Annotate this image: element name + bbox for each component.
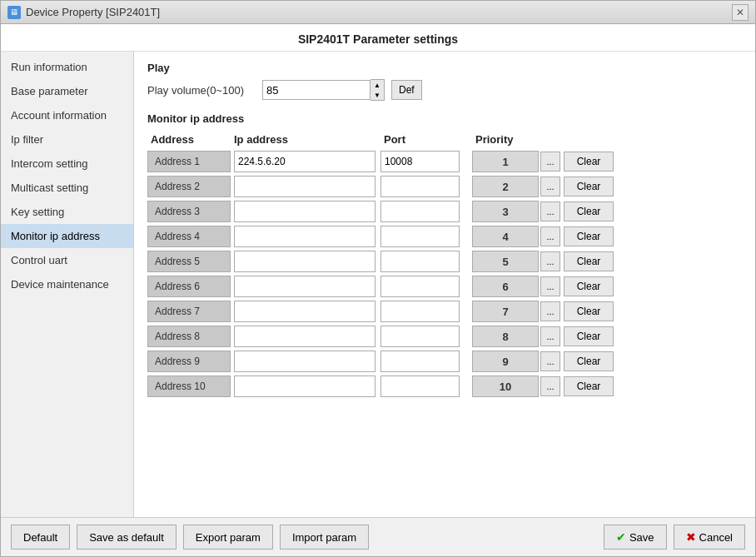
address-label-4: Address 4	[147, 226, 231, 247]
dots-button-10[interactable]: ...	[540, 376, 560, 396]
clear-button-5[interactable]: Clear	[564, 251, 614, 271]
priority-cell-5: 5	[472, 251, 539, 272]
ip-input-5[interactable]	[234, 251, 376, 272]
clear-button-10[interactable]: Clear	[564, 376, 614, 396]
priority-cell-6: 6	[472, 276, 539, 297]
sidebar-item-multicast-setting[interactable]: Multicast setting	[1, 176, 133, 200]
address-label-1: Address 1	[147, 151, 231, 172]
clear-button-6[interactable]: Clear	[564, 276, 614, 296]
clear-button-9[interactable]: Clear	[564, 351, 614, 371]
spin-down-button[interactable]: ▼	[371, 90, 384, 100]
dots-button-2[interactable]: ...	[540, 177, 560, 196]
priority-cell-7: 7	[472, 301, 539, 322]
volume-spinner: ▲ ▼	[262, 79, 385, 101]
window-title: Device Property [SIP2401T]	[26, 6, 160, 18]
sidebar-item-monitor-ip-address[interactable]: Monitor ip address	[1, 224, 133, 248]
monitor-section: Monitor ip address Address Ip address Po…	[147, 112, 742, 397]
app-icon: 🖥	[7, 6, 21, 19]
port-input-4[interactable]	[380, 226, 460, 247]
sidebar-item-intercom-setting[interactable]: Intercom setting	[1, 152, 133, 176]
sidebar-item-control-uart[interactable]: Control uart	[1, 248, 133, 272]
port-input-2[interactable]	[380, 176, 460, 197]
x-icon: ✖	[686, 530, 696, 544]
address-label-2: Address 2	[147, 176, 231, 197]
clear-button-1[interactable]: Clear	[564, 152, 614, 172]
ip-input-2[interactable]	[234, 176, 376, 197]
dots-button-6[interactable]: ...	[540, 276, 560, 296]
port-input-7[interactable]	[380, 301, 460, 322]
port-input-3[interactable]	[380, 201, 460, 222]
table-row: Address 6 6 ... Clear	[147, 276, 742, 297]
table-row: Address 9 9 ... Clear	[147, 351, 742, 372]
port-input-5[interactable]	[380, 251, 460, 272]
page-title: SIP2401T Parameter settings	[298, 32, 458, 46]
def-button[interactable]: Def	[391, 80, 422, 100]
priority-cell-9: 9	[472, 351, 539, 372]
cancel-button[interactable]: ✖ Cancel	[674, 525, 745, 550]
address-label-7: Address 7	[147, 301, 231, 322]
ip-input-8[interactable]	[234, 326, 376, 347]
port-input-6[interactable]	[380, 276, 460, 297]
col-clear	[564, 133, 614, 146]
dots-button-9[interactable]: ...	[540, 351, 560, 371]
save-label: Save	[629, 531, 654, 544]
clear-button-4[interactable]: Clear	[564, 226, 614, 246]
table-row: Address 8 8 ... Clear	[147, 326, 742, 347]
spin-up-button[interactable]: ▲	[371, 80, 384, 90]
address-label-5: Address 5	[147, 251, 231, 272]
table-row: Address 3 3 ... Clear	[147, 201, 742, 222]
footer: Default Save as default Export param Imp…	[1, 517, 755, 556]
table-row: Address 4 4 ... Clear	[147, 226, 742, 247]
ip-input-1[interactable]	[234, 151, 376, 172]
col-dots	[539, 133, 564, 146]
content-area: Run information Base parameter Account i…	[1, 52, 755, 517]
sidebar-item-device-maintenance[interactable]: Device maintenance	[1, 272, 133, 296]
ip-input-4[interactable]	[234, 226, 376, 247]
import-param-button[interactable]: Import param	[280, 525, 369, 550]
dots-button-8[interactable]: ...	[540, 326, 560, 346]
default-button[interactable]: Default	[11, 525, 70, 550]
sidebar-item-run-information[interactable]: Run information	[1, 55, 133, 79]
sidebar: Run information Base parameter Account i…	[1, 52, 134, 517]
ip-input-3[interactable]	[234, 201, 376, 222]
clear-button-3[interactable]: Clear	[564, 201, 614, 221]
dots-button-5[interactable]: ...	[540, 251, 560, 271]
dots-button-1[interactable]: ...	[540, 152, 560, 172]
close-button[interactable]: ✕	[732, 4, 749, 21]
sidebar-item-account-information[interactable]: Account information	[1, 103, 133, 127]
volume-label: Play volume(0~100)	[147, 84, 256, 97]
ip-input-7[interactable]	[234, 301, 376, 322]
dots-button-7[interactable]: ...	[540, 301, 560, 321]
save-as-default-button[interactable]: Save as default	[77, 525, 177, 550]
clear-button-8[interactable]: Clear	[564, 326, 614, 346]
sidebar-item-base-parameter[interactable]: Base parameter	[1, 79, 133, 103]
ip-input-6[interactable]	[234, 276, 376, 297]
col-address: Address	[147, 133, 231, 146]
play-section-label: Play	[147, 62, 742, 74]
port-input-10[interactable]	[380, 375, 460, 397]
title-bar-left: 🖥 Device Property [SIP2401T]	[7, 6, 160, 19]
dots-button-3[interactable]: ...	[540, 201, 560, 221]
table-row: Address 7 7 ... Clear	[147, 301, 742, 322]
address-label-8: Address 8	[147, 326, 231, 347]
check-icon: ✔	[616, 530, 626, 544]
clear-button-2[interactable]: Clear	[564, 177, 614, 196]
table-row: Address 1 1 ... Clear	[147, 151, 742, 172]
save-button[interactable]: ✔ Save	[604, 525, 667, 550]
table-row: Address 2 2 ... Clear	[147, 176, 742, 197]
ip-input-9[interactable]	[234, 351, 376, 372]
port-input-8[interactable]	[380, 326, 460, 347]
title-bar: 🖥 Device Property [SIP2401T] ✕	[1, 1, 755, 24]
play-row: Play volume(0~100) ▲ ▼ Def	[147, 79, 742, 101]
address-rows: Address 1 1 ... Clear Address 2 2 ... Cl…	[147, 151, 742, 397]
sidebar-item-ip-filter[interactable]: Ip filter	[1, 127, 133, 152]
volume-input[interactable]	[262, 80, 371, 100]
sidebar-item-key-setting[interactable]: Key setting	[1, 200, 133, 224]
ip-input-10[interactable]	[234, 375, 376, 397]
dots-button-4[interactable]: ...	[540, 226, 560, 246]
export-param-button[interactable]: Export param	[183, 525, 273, 550]
clear-button-7[interactable]: Clear	[564, 301, 614, 321]
port-input-1[interactable]	[380, 151, 460, 172]
port-input-9[interactable]	[380, 351, 460, 372]
col-port: Port	[380, 133, 472, 146]
